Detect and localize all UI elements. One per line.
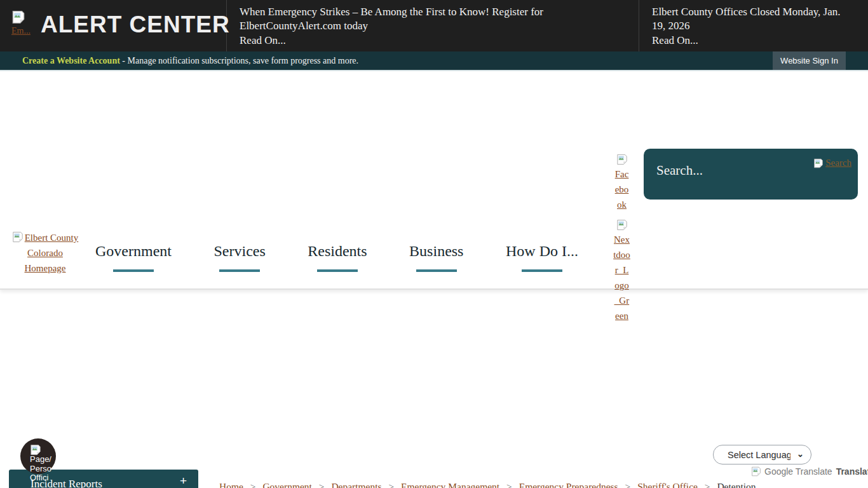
nav-underline: [522, 269, 562, 272]
breadcrumb-separator: >: [506, 481, 512, 488]
account-bar: Create a Website Account - Manage notifi…: [0, 51, 868, 71]
site-logo-link[interactable]: Elbert County Colorado Homepage: [8, 230, 83, 276]
nav-label: How Do I...: [506, 243, 578, 260]
alert-read-on-link[interactable]: Read On...: [240, 34, 286, 48]
search-input[interactable]: [656, 163, 803, 179]
search-button-label: Search: [825, 158, 851, 168]
nav-label: Business: [409, 243, 463, 260]
alert-text: When Emergency Strikes – Be Among the Fi…: [240, 5, 626, 33]
website-sign-in-button[interactable]: Website Sign In: [773, 51, 846, 70]
breadcrumb-separator: >: [625, 481, 631, 488]
breadcrumb-link[interactable]: Emergency Preparedness: [519, 481, 618, 488]
nextdoor-broken-image-icon: [616, 219, 628, 231]
search-box: Search: [644, 149, 858, 200]
nav-item-services[interactable]: Services: [214, 243, 265, 272]
search-broken-image-icon: [813, 158, 824, 168]
breadcrumb-link[interactable]: Sheriff's Office: [637, 481, 698, 488]
alert-text: Elbert County Offices Closed Monday, Jan…: [652, 5, 855, 33]
nav-underline: [219, 269, 260, 272]
profile-alt-text: Page/ Perso Offici: [30, 455, 60, 483]
breadcrumb-separator: >: [250, 481, 256, 488]
breadcrumb-separator: >: [705, 481, 710, 488]
nav-underline: [416, 269, 457, 272]
alert-center-title-block: Em... ALERT CENTER: [0, 0, 226, 51]
profile-officials-button[interactable]: Page/ Perso Offici: [20, 438, 56, 474]
google-translate-alt-text: Google Translate: [764, 466, 832, 477]
nav-item-how-do-i[interactable]: How Do I...: [506, 243, 578, 272]
nav-underline: [317, 269, 358, 272]
breadcrumb-separator: >: [388, 481, 394, 488]
search-submit-button[interactable]: Search: [813, 158, 851, 168]
nav-label: Services: [214, 243, 265, 260]
nav-item-government[interactable]: Government: [95, 243, 172, 272]
breadcrumb-link[interactable]: Government: [262, 481, 311, 488]
nav-underline: [113, 269, 154, 272]
google-translate-broken-image-icon: [751, 466, 761, 477]
breadcrumb-link[interactable]: Home: [219, 481, 243, 488]
facebook-broken-image-icon: [616, 154, 628, 165]
site-header: Elbert County Colorado Homepage Governme…: [0, 71, 868, 290]
account-bar-description: - Manage notification subscriptions, sav…: [122, 56, 358, 65]
facebook-alt-text: Facebook: [615, 169, 629, 210]
page-root: Em... ALERT CENTER When Emergency Strike…: [0, 0, 868, 488]
language-select-wrap: Select Language ⌄: [713, 445, 811, 464]
nav-label: Residents: [308, 243, 367, 260]
breadcrumb-separator: >: [319, 481, 325, 488]
translate-label: Translate: [836, 466, 868, 477]
nav-item-residents[interactable]: Residents: [308, 243, 367, 272]
create-website-account-link[interactable]: Create a Website Account: [22, 56, 120, 65]
alert-read-on-link[interactable]: Read On...: [652, 34, 698, 48]
nav-item-business[interactable]: Business: [409, 243, 463, 272]
alert-item: When Emergency Strikes – Be Among the Fi…: [227, 0, 639, 51]
site-logo-alt-text: Elbert County Colorado Homepage: [25, 233, 79, 273]
breadcrumb-link[interactable]: Emergency Management: [401, 481, 499, 488]
google-translate-attribution: Google Translate Translate: [751, 466, 868, 477]
account-bar-text: Create a Website Account - Manage notifi…: [22, 56, 358, 66]
nextdoor-link[interactable]: Nextdoor_Logo_Green: [613, 219, 630, 323]
breadcrumb-current: Detention: [717, 481, 756, 488]
nextdoor-alt-text: Nextdoor_Logo_Green: [613, 234, 630, 321]
emergency-alert-alt-text: Em...: [11, 26, 38, 36]
breadcrumb: Home > Government > Departments > Emerge…: [219, 481, 855, 488]
alert-center-bar: Em... ALERT CENTER When Emergency Strike…: [0, 0, 868, 51]
language-select[interactable]: Select Language: [713, 445, 811, 464]
nav-label: Government: [95, 243, 172, 260]
facebook-link[interactable]: Facebook: [613, 154, 630, 212]
breadcrumb-link[interactable]: Departments: [331, 481, 381, 488]
alert-center-title: ALERT CENTER: [41, 11, 230, 38]
expand-plus-icon[interactable]: +: [180, 474, 187, 488]
alert-item: Elbert County Offices Closed Monday, Jan…: [639, 0, 868, 51]
main-nav: Government Services Residents Business H…: [95, 243, 578, 272]
emergency-alert-broken-image-icon: Em...: [11, 10, 38, 43]
